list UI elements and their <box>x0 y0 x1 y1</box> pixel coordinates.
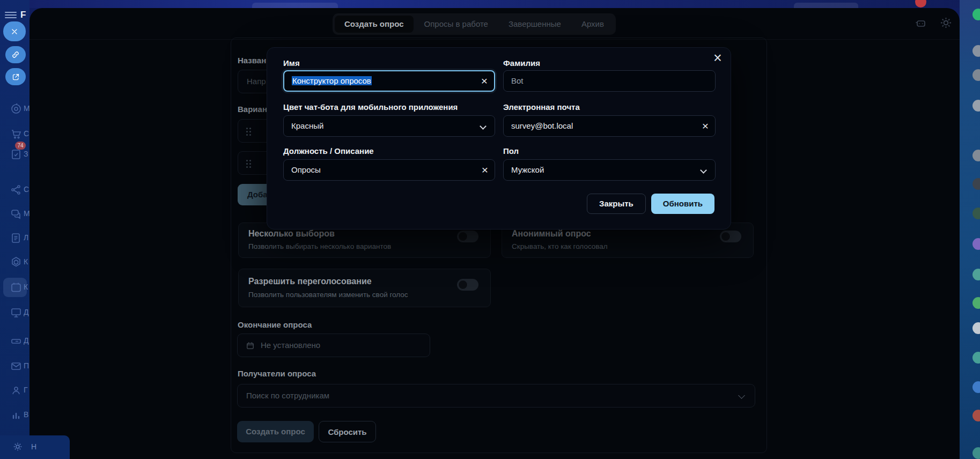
gear-icon <box>939 16 953 30</box>
sidebar-item-label: Л <box>24 233 28 242</box>
clear-icon[interactable]: × <box>702 116 709 136</box>
tab-completed[interactable]: Завершенные <box>499 16 571 33</box>
link-icon <box>11 50 20 59</box>
avatar[interactable] <box>972 150 980 161</box>
close-icon <box>10 27 19 36</box>
sidebar-item-label: Д <box>24 336 28 345</box>
multiple-choice-toggle[interactable] <box>457 231 478 242</box>
screen: F МCЗ74СМЛККДДПГВ Создать опрос Опросы в… <box>0 0 980 459</box>
open-external-button[interactable] <box>5 68 26 85</box>
mail-icon <box>10 360 23 373</box>
clear-icon[interactable]: × <box>481 71 488 91</box>
sidebar-item-cart[interactable]: C <box>0 123 30 145</box>
chevron-down-icon <box>480 123 487 130</box>
modal-update-button[interactable]: Обновить <box>651 194 714 214</box>
sidebar-item-settings[interactable]: Н <box>0 435 70 459</box>
chat-icon <box>10 208 23 220</box>
toggle-desc: Позволить выбирать несколько вариантов <box>248 242 391 250</box>
sidebar-item-hexagon[interactable]: К <box>0 251 30 273</box>
sidebar-item-calendar[interactable]: К <box>0 277 30 298</box>
chart-icon <box>10 409 23 421</box>
position-input[interactable]: Опросы × <box>283 159 495 181</box>
first-name-input[interactable]: Конструктор опросов × <box>283 70 495 92</box>
sidebar-item-feed[interactable]: Л <box>0 227 30 249</box>
poll-recipients-select[interactable]: Поиск по сотрудникам <box>237 384 755 408</box>
avatar[interactable] <box>972 69 980 81</box>
calendar-icon <box>10 281 23 294</box>
drive-icon <box>10 335 23 347</box>
modal-close-button[interactable]: Закрыть <box>587 194 646 214</box>
first-name-label: Имя <box>283 58 300 68</box>
sidebar-item-people[interactable]: Г <box>0 380 30 401</box>
drag-handle-icon[interactable] <box>246 160 248 161</box>
settings-button[interactable] <box>939 16 953 32</box>
target-icon <box>10 102 23 115</box>
sidebar-item-share[interactable]: С <box>0 179 30 201</box>
close-widget-button[interactable] <box>3 21 26 41</box>
avatar[interactable] <box>972 410 980 421</box>
avatar[interactable] <box>972 100 980 112</box>
last-name-value: Bot <box>511 76 524 85</box>
sidebar-item-mail[interactable]: П <box>0 356 30 377</box>
toggle-desc: Скрывать, кто как голосовал <box>512 242 608 250</box>
clear-icon[interactable]: × <box>482 160 488 180</box>
anonymous-poll-toggle[interactable] <box>720 231 741 242</box>
hexagon-icon <box>10 256 23 269</box>
top-browser-strip <box>0 0 980 8</box>
sidebar-item-monitor[interactable]: Д <box>0 302 30 323</box>
email-input[interactable]: survey@bot.local × <box>503 115 716 137</box>
last-name-input[interactable]: Bot <box>503 70 716 92</box>
sidebar-item-label: П <box>24 361 29 370</box>
robot-icon <box>913 17 927 29</box>
sidebar-item-chat[interactable]: М <box>0 203 30 225</box>
sidebar-item-target[interactable]: М <box>0 98 30 120</box>
create-poll-button[interactable]: Создать опрос <box>237 421 314 442</box>
avatar[interactable] <box>972 297 980 309</box>
toggle-title: Несколько выборов <box>248 229 335 239</box>
tab-create-poll[interactable]: Создать опрос <box>335 16 414 33</box>
sidebar-item-tasks[interactable]: З74 <box>0 144 30 165</box>
sidebar-item-chart[interactable]: В <box>0 404 30 426</box>
poll-name-label: Назван <box>238 56 266 65</box>
reset-button[interactable]: Сбросить <box>319 421 376 442</box>
tab-archive[interactable]: Архив <box>572 16 614 33</box>
bot-color-select[interactable]: Красный <box>283 115 495 137</box>
avatar[interactable] <box>972 352 980 364</box>
copy-link-button[interactable] <box>5 46 26 63</box>
sidebar-item-label: М <box>24 209 30 218</box>
sidebar-item-label: C <box>24 129 29 138</box>
avatar[interactable] <box>972 238 980 250</box>
share-icon <box>10 183 23 196</box>
browser-tab-hint <box>252 3 338 8</box>
sidebar-item-drive[interactable]: Д <box>0 330 30 352</box>
poll-end-label: Окончание опроса <box>238 320 312 329</box>
tasks-icon <box>10 148 23 161</box>
allow-revote-toggle[interactable] <box>457 279 478 291</box>
sidebar-item-label: Н <box>31 442 36 451</box>
avatar[interactable] <box>972 9 980 20</box>
sidebar-item-label: Д <box>24 308 28 316</box>
toggle-title: Анонимный опрос <box>512 229 591 239</box>
avatar[interactable] <box>972 381 980 393</box>
drag-handle-icon[interactable] <box>246 128 248 129</box>
modal-close-icon[interactable]: × <box>708 49 727 68</box>
gear-icon <box>12 441 24 453</box>
toggle-title: Разрешить переголосование <box>248 277 372 286</box>
avatar[interactable] <box>972 269 980 280</box>
avatar[interactable] <box>972 45 980 57</box>
avatar[interactable] <box>972 447 980 459</box>
browser-tab-hint <box>794 3 858 8</box>
toggle-desc: Позволить пользователям изменить свой го… <box>248 291 408 299</box>
last-name-label: Фамилия <box>503 58 540 68</box>
tab-polls-in-progress[interactable]: Опросы в работе <box>415 16 498 33</box>
avatar[interactable] <box>972 322 980 334</box>
bot-button[interactable] <box>913 17 927 32</box>
poll-end-date-input[interactable]: Не установлено <box>237 334 430 357</box>
avatar[interactable] <box>972 178 980 190</box>
sidebar-item-label: К <box>24 257 28 266</box>
calendar-icon <box>246 341 255 350</box>
gender-select[interactable]: Мужской <box>503 159 716 181</box>
avatar[interactable] <box>972 208 980 219</box>
bot-color-value: Красный <box>291 121 323 130</box>
menu-icon[interactable] <box>5 12 17 18</box>
